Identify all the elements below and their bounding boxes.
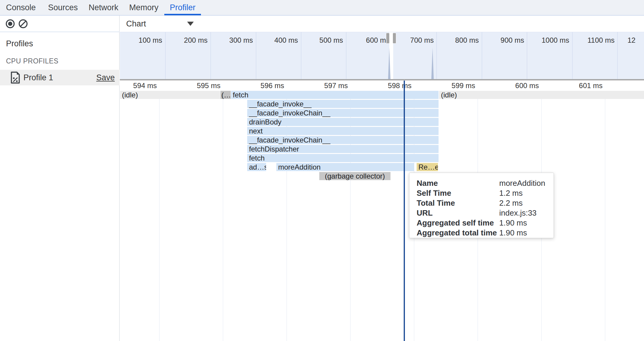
flame-bar-fetch[interactable]: fetch (247, 154, 439, 162)
profiles-sidebar: Profiles CPU PROFILES Profile 1 Save (0, 16, 120, 341)
tooltip-label: Aggregated self time (417, 218, 499, 228)
tooltip-value: 2.2 ms (499, 198, 523, 208)
tab-sources[interactable]: Sources (48, 0, 74, 15)
flame-bar-facade-invoke[interactable]: __facade_invoke__ (247, 100, 439, 108)
flame-bar-more-addition[interactable]: moreAddition (276, 163, 414, 171)
ruler-tick-label: 597 ms (300, 81, 348, 90)
view-mode-value: Chart (126, 19, 146, 29)
cpu-activity-spike (388, 48, 390, 79)
overview-right-handle[interactable] (393, 33, 396, 44)
timeline-overview[interactable]: 100 ms 200 ms 300 ms 400 ms 500 ms 600 m… (120, 32, 644, 79)
overview-tick-label: 1100 ms (560, 36, 615, 45)
profiles-toolbar (0, 16, 120, 32)
flame-bar-idle[interactable]: (idle) (120, 91, 220, 99)
ms-gridline (605, 91, 605, 341)
ruler-tick-label: 599 ms (427, 81, 475, 90)
tooltip-value: 1.90 ms (499, 218, 527, 228)
flame-bar-fetch-dispatcher[interactable]: fetchDispatcher (247, 145, 439, 153)
ms-gridline (159, 91, 159, 341)
flame-bar-facade-invoke-chain[interactable]: __facade_invokeChain__ (247, 136, 439, 144)
flame-bar-drain-body[interactable]: drainBody (247, 118, 439, 126)
chevron-down-icon (187, 22, 194, 26)
ruler-tick-label: 596 ms (236, 81, 284, 90)
flame-bar-collapsed[interactable]: (… (220, 91, 231, 99)
flame-bar-fetch[interactable]: fetch (231, 91, 439, 99)
profile-list-item[interactable]: Profile 1 Save (0, 70, 120, 85)
detail-time-ruler: 594 ms 595 ms 596 ms 597 ms 598 ms 599 m… (120, 81, 644, 91)
ruler-tick-label: 601 ms (554, 81, 603, 90)
devtools-window: Console Sources Network Memory Profiler … (0, 0, 644, 341)
ms-gridline (223, 91, 223, 341)
tooltip-label: URL (417, 208, 499, 218)
flame-bar-facade-invoke-chain[interactable]: __facade_invokeChain__ (247, 109, 439, 117)
profile-document-icon (10, 72, 20, 85)
flame-bar-add-numbers[interactable]: ad…s (247, 163, 266, 171)
ruler-tick-label: 594 ms (109, 81, 157, 90)
profiles-heading: Profiles (6, 39, 33, 48)
flame-bar-hot[interactable]: Re…e (417, 163, 438, 171)
tooltip-value: moreAddition (499, 178, 545, 188)
ruler-tick-label: 600 ms (491, 81, 539, 90)
frame-details-tooltip: NamemoreAddition Self Time1.2 ms Total T… (409, 173, 554, 238)
flame-chart[interactable]: (idle) (… fetch (idle) __facade_invoke__… (120, 91, 644, 341)
tooltip-label: Name (417, 178, 499, 188)
tooltip-label: Aggregated total time (417, 228, 499, 238)
tab-console[interactable]: Console (6, 0, 35, 15)
view-mode-select[interactable]: Chart (126, 16, 194, 32)
cpu-activity-spike (431, 48, 434, 79)
flame-bar-next[interactable]: next (247, 127, 439, 135)
overview-tick-label: 12 (627, 36, 644, 45)
ruler-tick-label: 595 ms (172, 81, 220, 90)
flame-bar-garbage-collector[interactable]: (garbage collector) (319, 172, 390, 180)
clear-icon[interactable] (19, 19, 28, 28)
tooltip-value: 1.90 ms (499, 228, 527, 238)
tooltip-label: Total Time (417, 198, 499, 208)
tooltip-value: 1.2 ms (499, 188, 523, 198)
tab-bar: Console Sources Network Memory Profiler (0, 0, 644, 16)
cpu-profiles-section-label: CPU PROFILES (6, 57, 59, 65)
record-icon[interactable] (6, 19, 15, 28)
profile-name: Profile 1 (23, 70, 53, 85)
overview-divider (617, 32, 618, 79)
overview-tick-label: 600 m (332, 36, 386, 45)
tooltip-value: index.js:33 (499, 208, 536, 218)
flame-bar-idle[interactable]: (idle) (439, 91, 644, 99)
tab-profiler[interactable]: Profiler (164, 0, 201, 15)
tooltip-label: Self Time (417, 188, 499, 198)
overview-left-handle[interactable] (386, 33, 390, 44)
active-tab-underline (164, 14, 201, 15)
profiler-view-toolbar: Chart (120, 16, 644, 32)
tab-network[interactable]: Network (89, 0, 116, 15)
time-cursor-line (404, 81, 405, 341)
tab-memory[interactable]: Memory (129, 0, 157, 15)
